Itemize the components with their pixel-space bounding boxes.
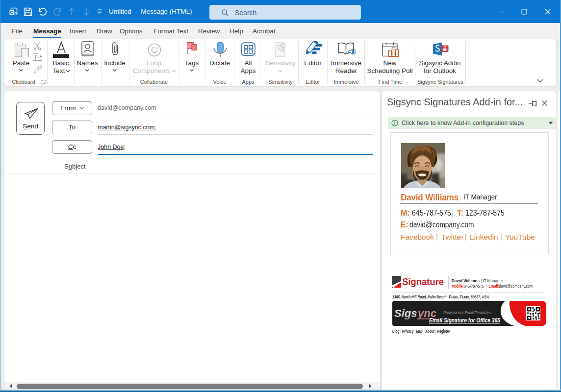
svg-text:Email Signature for Office 365: Email Signature for Office 365 bbox=[429, 317, 501, 323]
svg-text:Sigs: Sigs bbox=[394, 307, 417, 319]
svg-text:Professional Email Templates: Professional Email Templates bbox=[443, 311, 491, 316]
